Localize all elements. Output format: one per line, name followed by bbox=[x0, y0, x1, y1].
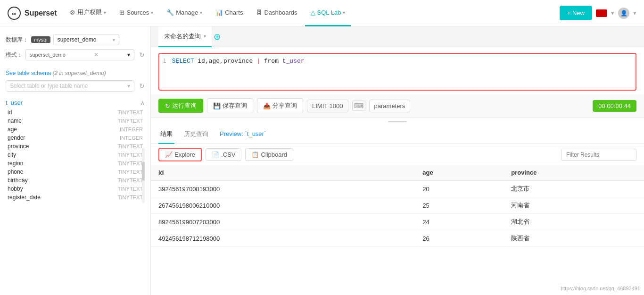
clipboard-button[interactable]: 📋 Clipboard bbox=[245, 148, 293, 161]
explore-label: Explore bbox=[174, 151, 195, 158]
nav-manage[interactable]: 🔧 Manage ▾ bbox=[161, 0, 208, 26]
nav-dashboards-label: Dashboards bbox=[264, 9, 297, 16]
field-name: region bbox=[8, 160, 23, 167]
field-name: id bbox=[8, 109, 12, 116]
see-schema-count: 2 bbox=[54, 70, 58, 76]
cell-age: 25 bbox=[415, 197, 504, 214]
nav-permissions-label: 用户权限 bbox=[77, 8, 102, 17]
table-select[interactable]: Select table or type table name ▾ bbox=[6, 80, 134, 92]
field-type: TINYTEXT bbox=[118, 110, 143, 115]
field-type: TINYTEXT bbox=[118, 143, 143, 149]
chevron-down-icon: ▾ bbox=[343, 10, 345, 15]
see-schema-link[interactable]: See table schema (2 in superset_demo) bbox=[6, 70, 145, 76]
nav-charts[interactable]: 📊 Charts bbox=[210, 0, 248, 26]
line-number: 1 bbox=[163, 58, 166, 64]
sql-table-name: t_user bbox=[282, 58, 305, 65]
add-tab-button[interactable]: ⊕ bbox=[214, 32, 221, 42]
drag-handle[interactable] bbox=[151, 118, 644, 125]
nav-permissions[interactable]: ⚙ 用户权限 ▾ bbox=[64, 0, 112, 26]
flag-caret-icon[interactable]: ▾ bbox=[611, 9, 614, 17]
csv-button[interactable]: 📄 .CSV bbox=[206, 148, 241, 161]
field-name: city bbox=[8, 152, 16, 158]
field-type: INTEGER bbox=[120, 126, 143, 132]
save-icon: 💾 bbox=[213, 102, 221, 110]
result-tab-history[interactable]: 历史查询 bbox=[182, 125, 210, 144]
result-actions: 📈 Explore 📄 .CSV 📋 Clipboard bbox=[151, 144, 644, 165]
superset-logo-icon: ∞ bbox=[8, 7, 21, 20]
run-query-label: 运行查询 bbox=[172, 101, 197, 110]
user-caret-icon[interactable]: ▾ bbox=[633, 9, 636, 17]
field-row: name TINYTEXT bbox=[6, 117, 145, 125]
parameters-button[interactable]: parameters bbox=[369, 100, 411, 112]
watermark: https://blog.csdn.net/qq_46893491 bbox=[561, 286, 640, 291]
nav-sqllab[interactable]: △ SQL Lab ▾ bbox=[305, 0, 351, 26]
collapse-icon[interactable]: ∧ bbox=[140, 100, 145, 106]
table-row: 392456197008193000 20 北京市 bbox=[151, 180, 644, 197]
brand-name: Superset bbox=[25, 9, 57, 17]
cell-id: 892456199007203000 bbox=[151, 214, 415, 230]
field-row: id TINYTEXT bbox=[6, 108, 145, 117]
schema-row: 模式： superset_demo ✕ ▾ ↻ bbox=[6, 49, 145, 60]
chevron-down-icon: ▾ bbox=[113, 37, 115, 42]
field-type: TINYTEXT bbox=[118, 169, 143, 175]
new-button[interactable]: + New bbox=[560, 6, 592, 20]
schema-select[interactable]: superset_demo ✕ ▾ bbox=[25, 49, 134, 60]
nav-manage-label: Manage bbox=[176, 9, 198, 16]
cell-age: 26 bbox=[415, 230, 504, 247]
nav-sources-label: Sources bbox=[126, 9, 149, 16]
share-query-label: 分享查询 bbox=[272, 101, 297, 110]
refresh-icon[interactable]: ↻ bbox=[139, 51, 145, 59]
keyboard-shortcut-icon[interactable]: ⌨ bbox=[352, 101, 365, 111]
explore-button[interactable]: 📈 Explore bbox=[158, 148, 202, 161]
query-tab-label: 未命名的查询 bbox=[164, 32, 201, 41]
query-tab-unnamed[interactable]: 未命名的查询 ▾ bbox=[158, 26, 212, 47]
cell-id: 392456197008193000 bbox=[151, 180, 415, 197]
table-select-row: Select table or type table name ▾ ↻ bbox=[6, 80, 145, 92]
db-select[interactable]: superset_demo ▾ bbox=[53, 34, 119, 45]
csv-label: .CSV bbox=[221, 151, 235, 158]
content-area: 未命名的查询 ▾ ⊕ 1 SELECT id,age,province | fr… bbox=[151, 26, 644, 295]
save-query-label: 保存查询 bbox=[223, 101, 247, 110]
field-type: TINYTEXT bbox=[118, 152, 143, 158]
field-type: TINYTEXT bbox=[118, 118, 143, 124]
chevron-down-icon: ▾ bbox=[104, 10, 106, 15]
filter-results-input[interactable] bbox=[561, 149, 636, 161]
limit-selector[interactable]: LIMIT 1000 bbox=[307, 100, 348, 112]
share-query-button[interactable]: 📤 分享查询 bbox=[257, 98, 303, 113]
table-row: 267456198006210000 25 河南省 bbox=[151, 197, 644, 214]
main-layout: 数据库： mysql superset_demo ▾ 模式： superset_… bbox=[0, 26, 644, 295]
clear-icon[interactable]: ✕ bbox=[94, 51, 99, 58]
db-badge: mysql bbox=[31, 36, 50, 43]
col-id: id bbox=[151, 165, 415, 180]
sql-editor[interactable]: 1 SELECT id,age,province | from t_user bbox=[158, 53, 636, 91]
col-province: province bbox=[504, 165, 644, 180]
wrench-icon: 🔧 bbox=[166, 9, 174, 16]
field-row: birthday TINYTEXT bbox=[6, 176, 145, 185]
field-name: province bbox=[8, 143, 29, 150]
field-row: age INTEGER bbox=[6, 125, 145, 134]
run-query-button[interactable]: ↻ 运行查询 bbox=[158, 99, 203, 113]
user-avatar[interactable]: 👤 bbox=[618, 8, 629, 19]
result-tabs: 结果 历史查询 Preview: `t_user` bbox=[151, 125, 644, 144]
nav-dashboards[interactable]: 🎛 Dashboards bbox=[250, 0, 303, 26]
field-row: province TINYTEXT bbox=[6, 142, 145, 151]
result-tab-preview[interactable]: Preview: `t_user` bbox=[218, 125, 268, 144]
chart-icon: 📊 bbox=[215, 9, 223, 16]
table-row: 492456198712198000 26 陕西省 bbox=[151, 230, 644, 247]
table-header: t_user ∧ bbox=[6, 99, 145, 106]
field-row: phone TINYTEXT bbox=[6, 168, 145, 176]
result-tab-preview-label: Preview: `t_user` bbox=[220, 130, 266, 137]
col-age: age bbox=[415, 165, 504, 180]
cell-province: 河南省 bbox=[504, 197, 644, 214]
result-tab-results[interactable]: 结果 bbox=[158, 125, 174, 144]
cell-province: 湖北省 bbox=[504, 214, 644, 230]
table-name: t_user bbox=[6, 99, 23, 106]
db-label: 数据库： bbox=[6, 36, 28, 44]
language-flag-icon[interactable] bbox=[596, 9, 607, 17]
nav-sources[interactable]: ⊞ Sources ▾ bbox=[114, 0, 159, 26]
save-query-button[interactable]: 💾 保存查询 bbox=[207, 98, 253, 113]
table-refresh-icon[interactable]: ↻ bbox=[139, 82, 145, 90]
query-tabs: 未命名的查询 ▾ ⊕ bbox=[151, 26, 644, 47]
field-type: TINYTEXT bbox=[118, 160, 143, 166]
cell-province: 北京市 bbox=[504, 180, 644, 197]
